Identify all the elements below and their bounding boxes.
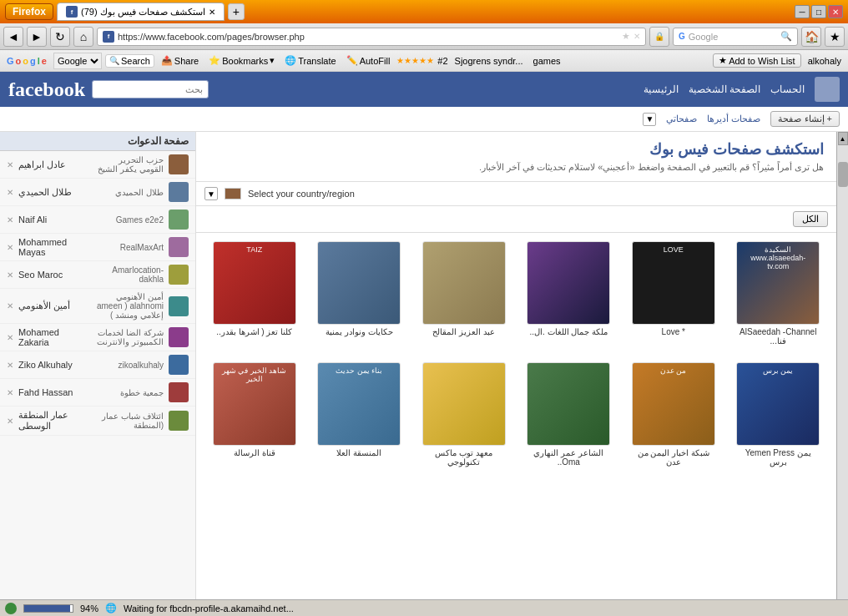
home-button[interactable]: ⌂ [73, 27, 93, 47]
page-card[interactable]: LOVE * Love [623, 241, 724, 346]
page-card[interactable]: معهد توب ماكس تكنولوجي [414, 362, 514, 467]
sidebar-item[interactable]: ✕ Naif Ali Games e2e2 [0, 206, 195, 234]
sidebar-item-page: ائتلاف شباب عمار (المنطقة [93, 412, 164, 430]
page-card[interactable]: الشاعر عمر النهاري Oma.. [519, 362, 619, 467]
facebook-search-input[interactable] [92, 80, 209, 98]
tab-close-icon[interactable]: ✕ [209, 8, 215, 17]
sidebar-remove-icon[interactable]: ✕ [7, 188, 13, 197]
facebook-header-right: facebook [8, 78, 209, 101]
scroll-up-arrow[interactable]: ▲ [838, 132, 848, 145]
address-star-icon[interactable]: ★ [622, 31, 630, 42]
sidebar-item[interactable]: ✕ عادل ابراهيم حزب التحرير القومي يكفر ا… [0, 151, 195, 179]
nav-profile[interactable]: الصفحة الشخصية [689, 83, 760, 95]
sidebar-item-name: Mohammed Mayas [18, 237, 88, 257]
sidebar-remove-icon[interactable]: ✕ [7, 243, 13, 252]
sidebar-item-name: Naif Ali [18, 215, 88, 225]
page-card[interactable]: السكيدة www.alsaeedah-tv.com AlSaeedah -… [729, 241, 829, 346]
subnav-managed[interactable]: صفحات أديرها [707, 114, 760, 124]
page-card[interactable]: يمن برس يمن Yemen Press برس [729, 362, 829, 467]
facebook-search [92, 80, 209, 98]
page-card[interactable]: من عدن شبكة اخبار اليمن من عدن [623, 362, 724, 467]
add-wishlist-button[interactable]: ★ Add to Wish List [713, 53, 800, 68]
sidebar-remove-icon[interactable]: ✕ [7, 361, 13, 370]
sidebar-item[interactable]: ✕ عمار المنطقة الوسطى ائتلاف شباب عمار (… [0, 406, 195, 436]
like-all-button[interactable]: الكل [793, 211, 828, 227]
page-thumbnail: LOVE [632, 241, 715, 325]
country-dropdown-btn[interactable]: ▼ [204, 187, 218, 200]
sidebar-item[interactable]: ✕ Ziko Alkuhaly zikoalkuhaly [0, 351, 195, 379]
sjogrens-bookmark[interactable]: Sjogrens syndr... [452, 55, 527, 67]
sidebar-item-name: Mohamed Zakaria [18, 327, 88, 347]
sidebar-remove-icon[interactable]: ✕ [7, 388, 13, 397]
minimize-button[interactable]: ─ [795, 5, 810, 18]
bookmarks-search-btn[interactable]: 🔍 Search [105, 54, 154, 68]
sidebar-avatar [169, 327, 189, 347]
autofill-btn[interactable]: ✏️ AutoFill [343, 54, 394, 67]
sidebar-remove-icon[interactable]: ✕ [7, 301, 13, 311]
search-bar-placeholder: Google [689, 32, 718, 42]
share-bookmark[interactable]: 📤 Share [158, 54, 202, 67]
nav-home[interactable]: الرئيسية [644, 83, 679, 95]
scrollbar[interactable]: ▲ ▼ [836, 132, 848, 616]
page-card[interactable]: شاهد الخير في شهر الخير قناة الرسالة [204, 362, 305, 467]
page-title: استكشف صفحات فيس بوك [209, 140, 824, 159]
firefox-menu-button[interactable]: Firefox [5, 3, 53, 20]
nav-extra-btn[interactable]: 🔒 [649, 27, 669, 47]
status-icon [5, 603, 17, 614]
page-card-label: المنسقة العلا [336, 448, 381, 457]
reload-button[interactable]: ↻ [50, 27, 70, 47]
page-card[interactable]: TAIZ كلنا تعز ( اشرها بقدر.. [204, 241, 305, 346]
subnav-my-pages[interactable]: صفحاتي [666, 114, 697, 124]
search-icon[interactable]: 🔍 [780, 31, 792, 42]
window-controls: ─ □ ✕ [795, 5, 843, 18]
sidebar-remove-icon[interactable]: ✕ [7, 160, 13, 169]
sidebar-item[interactable]: ✕ Mohamed Zakaria شركة الضا لخدمات الكمب… [0, 324, 195, 351]
page-thumbnail [527, 241, 610, 325]
sidebar-remove-icon[interactable]: ✕ [7, 270, 13, 280]
nav-bookmark-star[interactable]: ★ [825, 27, 845, 47]
page-thumbnail: من عدن [632, 362, 715, 446]
games-bookmark[interactable]: games [530, 55, 564, 67]
sidebar-avatar [169, 382, 189, 402]
bookmarks-menu[interactable]: ⭐ Bookmarks ▾ [205, 54, 278, 67]
nav-home-btn2[interactable]: 🏠 [801, 27, 821, 47]
page-card[interactable]: ملكة جمال اللغات .ال.. [519, 241, 619, 346]
browser-search-bar[interactable]: G Google 🔍 [673, 28, 798, 46]
scroll-dropdown[interactable]: ▼ [643, 113, 656, 126]
nav-account[interactable]: الحساب [770, 83, 805, 95]
sidebar-item[interactable]: ✕ طلال الحميدي طلال الحميدي [0, 179, 195, 206]
page-thumbnail [317, 241, 401, 325]
alkohaly-bookmark[interactable]: alkohaly [805, 55, 845, 67]
sidebar-remove-icon[interactable]: ✕ [7, 417, 13, 426]
page-card-label: يمن Yemen Press برس [736, 448, 820, 467]
sidebar: صفحة الدعوات ✕ عادل ابراهيم حزب التحرير … [0, 132, 196, 616]
sidebar-item[interactable]: ✕ أمين الأهنومي أمين الأهنومي ameen ) al… [0, 289, 195, 324]
sidebar-remove-icon[interactable]: ✕ [7, 333, 13, 342]
page-card[interactable]: حكايات ونوادر يمنية [310, 241, 410, 346]
page-subtitle: هل ترى أمراً مثيراً؟ قم بالتعبير في الصف… [209, 162, 824, 173]
active-tab[interactable]: f (استكشف صفحات فيس بوك (79 ✕ [57, 3, 225, 21]
sidebar-item[interactable]: ✕ Mohammed Mayas RealMaxArt [0, 234, 195, 261]
scroll-thumb[interactable] [838, 162, 848, 187]
facebook-logo: facebook [8, 78, 85, 101]
address-close-icon[interactable]: ✕ [633, 32, 640, 41]
address-bar[interactable]: f https://www.facebook.com/pages/browser… [97, 28, 646, 46]
page-card[interactable]: عبد العزيز المقالح [414, 241, 514, 346]
close-button[interactable]: ✕ [828, 5, 843, 18]
main-content: صفحة الدعوات ✕ عادل ابراهيم حزب التحرير … [0, 132, 848, 616]
new-tab-button[interactable]: + [228, 3, 245, 20]
thumb-text [527, 363, 609, 370]
restore-button[interactable]: □ [811, 5, 826, 18]
forward-button[interactable]: ► [27, 27, 47, 47]
translate-btn[interactable]: 🌐 Translate [281, 54, 339, 67]
sidebar-remove-icon[interactable]: ✕ [7, 215, 13, 225]
sidebar-item[interactable]: ✕ Fahd Hassan جمعية خطوة [0, 379, 195, 406]
sidebar-item[interactable]: ✕ Seo Maroc Amarlocation-dakhla [0, 261, 195, 289]
page-title-area: استكشف صفحات فيس بوك هل ترى أمراً مثيراً… [196, 132, 836, 182]
google-search-select[interactable]: Google [53, 53, 102, 69]
sidebar-avatar [169, 182, 189, 202]
create-page-button[interactable]: + إنشاء صفحة [770, 111, 840, 127]
back-button[interactable]: ◄ [3, 27, 23, 47]
sidebar-item-page: طلال الحميدي [93, 188, 164, 197]
page-card[interactable]: بناء يمن حديث المنسقة العلا [310, 362, 410, 467]
